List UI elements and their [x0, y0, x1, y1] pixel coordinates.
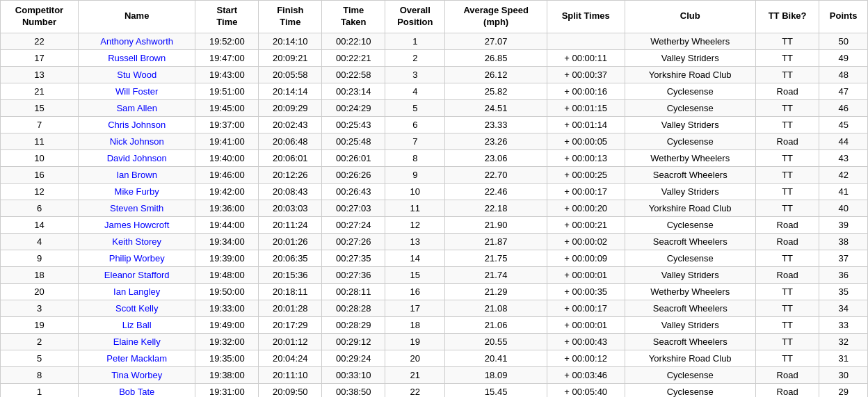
cell-start: 19:51:00	[195, 83, 259, 99]
cell-split: + 00:00:43	[547, 333, 625, 350]
cell-speed: 22.70	[445, 166, 547, 183]
cell-split: + 00:00:12	[547, 350, 625, 366]
cell-name: Russell Brown	[79, 49, 195, 66]
cell-split: + 00:00:17	[547, 183, 625, 200]
cell-time: 00:22:58	[322, 66, 385, 83]
table-row: 12Mike Furby19:42:0020:08:4300:26:431022…	[1, 183, 868, 200]
cell-tt: Road	[755, 233, 819, 250]
cell-split: + 00:00:35	[547, 283, 625, 300]
cell-start: 19:41:00	[195, 133, 259, 149]
cell-number: 11	[1, 133, 79, 149]
cell-finish: 20:06:48	[259, 133, 322, 149]
cell-finish: 20:11:24	[259, 216, 322, 233]
cell-finish: 20:03:03	[259, 200, 322, 216]
cell-finish: 20:01:26	[259, 233, 322, 250]
cell-time: 00:23:14	[322, 83, 385, 99]
cell-club: Yorkshire Road Club	[625, 350, 755, 366]
header-time-taken: TimeTaken	[322, 1, 385, 33]
cell-number: 3	[1, 300, 79, 316]
cell-points: 34	[819, 300, 868, 316]
cell-finish: 20:06:35	[259, 250, 322, 266]
cell-time: 00:29:24	[322, 350, 385, 366]
cell-number: 9	[1, 250, 79, 266]
cell-speed: 21.08	[445, 300, 547, 316]
table-row: 19Liz Ball19:49:0020:17:2900:28:291821.0…	[1, 316, 868, 333]
table-row: 11Nick Johnson19:41:0020:06:4800:25:4872…	[1, 133, 868, 149]
cell-position: 22	[385, 383, 445, 397]
cell-speed: 25.82	[445, 83, 547, 99]
table-row: 22Anthony Ashworth19:52:0020:14:1000:22:…	[1, 33, 868, 49]
cell-name: Steven Smith	[79, 200, 195, 216]
cell-start: 19:46:00	[195, 166, 259, 183]
table-row: 13Stu Wood19:43:0020:05:5800:22:58326.12…	[1, 66, 868, 83]
cell-club: Valley Striders	[625, 49, 755, 66]
cell-split: + 00:05:40	[547, 383, 625, 397]
cell-position: 20	[385, 350, 445, 366]
cell-tt: Road	[755, 366, 819, 383]
cell-number: 18	[1, 266, 79, 283]
cell-finish: 20:17:29	[259, 316, 322, 333]
cell-club: Cyclesense	[625, 383, 755, 397]
cell-tt: TT	[755, 300, 819, 316]
cell-split: + 00:03:46	[547, 366, 625, 383]
cell-start: 19:35:00	[195, 350, 259, 366]
header-finish-time: FinishTime	[259, 1, 322, 33]
cell-number: 4	[1, 233, 79, 250]
cell-name: Tina Worbey	[79, 366, 195, 383]
cell-start: 19:47:00	[195, 49, 259, 66]
cell-finish: 20:05:58	[259, 66, 322, 83]
cell-split: + 00:00:25	[547, 166, 625, 183]
cell-time: 00:25:48	[322, 133, 385, 149]
cell-points: 50	[819, 33, 868, 49]
cell-tt: Road	[755, 133, 819, 149]
cell-name: Scott Kelly	[79, 300, 195, 316]
table-row: 20Ian Langley19:50:0020:18:1100:28:11162…	[1, 283, 868, 300]
cell-name: Bob Tate	[79, 383, 195, 397]
cell-time: 00:24:29	[322, 99, 385, 116]
cell-position: 19	[385, 333, 445, 350]
cell-position: 10	[385, 183, 445, 200]
cell-name: Nick Johnson	[79, 133, 195, 149]
cell-points: 39	[819, 216, 868, 233]
cell-finish: 20:08:43	[259, 183, 322, 200]
table-row: 16Ian Brown19:46:0020:12:2600:26:26922.7…	[1, 166, 868, 183]
cell-start: 19:48:00	[195, 266, 259, 283]
cell-speed: 21.29	[445, 283, 547, 300]
cell-finish: 20:09:50	[259, 383, 322, 397]
cell-position: 3	[385, 66, 445, 83]
cell-number: 19	[1, 316, 79, 333]
cell-club: Wetherby Wheelers	[625, 283, 755, 300]
header-club: Club	[625, 1, 755, 33]
cell-position: 2	[385, 49, 445, 66]
cell-points: 38	[819, 233, 868, 250]
cell-start: 19:39:00	[195, 250, 259, 266]
cell-tt: TT	[755, 333, 819, 350]
cell-name: Ian Langley	[79, 283, 195, 300]
cell-tt: TT	[755, 149, 819, 166]
cell-finish: 20:14:14	[259, 83, 322, 99]
cell-tt: TT	[755, 350, 819, 366]
cell-position: 7	[385, 133, 445, 149]
cell-position: 1	[385, 33, 445, 49]
cell-club: Wetherby Wheelers	[625, 33, 755, 49]
cell-split: + 00:00:20	[547, 200, 625, 216]
cell-speed: 26.85	[445, 49, 547, 66]
cell-start: 19:40:00	[195, 149, 259, 166]
cell-split: + 00:01:15	[547, 99, 625, 116]
table-row: 21Will Foster19:51:0020:14:1400:23:14425…	[1, 83, 868, 99]
cell-name: Keith Storey	[79, 233, 195, 250]
cell-number: 17	[1, 49, 79, 66]
cell-tt: TT	[755, 316, 819, 333]
cell-club: Valley Striders	[625, 316, 755, 333]
table-row: 17Russell Brown19:47:0020:09:2100:22:212…	[1, 49, 868, 66]
cell-position: 14	[385, 250, 445, 266]
table-row: 10David Johnson19:40:0020:06:0100:26:018…	[1, 149, 868, 166]
cell-split: + 00:00:17	[547, 300, 625, 316]
cell-points: 30	[819, 366, 868, 383]
cell-tt: TT	[755, 66, 819, 83]
cell-position: 8	[385, 149, 445, 166]
table-row: 8Tina Worbey19:38:0020:11:1000:33:102118…	[1, 366, 868, 383]
cell-points: 46	[819, 99, 868, 116]
cell-start: 19:52:00	[195, 33, 259, 49]
cell-number: 2	[1, 333, 79, 350]
